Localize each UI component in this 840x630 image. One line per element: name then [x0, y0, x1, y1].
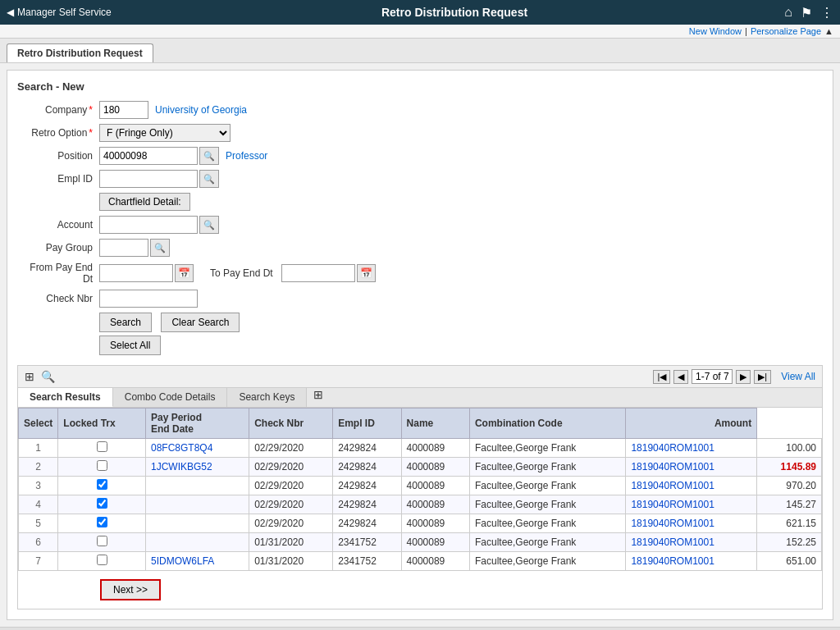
nav-separator: |: [745, 26, 747, 36]
empl-id-lookup-button[interactable]: 🔍: [199, 170, 219, 188]
amount-cell: 100.00: [757, 439, 822, 458]
retro-option-select[interactable]: F (Fringe Only) A (All) E (Earnings Only…: [99, 124, 231, 142]
from-pay-end-date-input[interactable]: [99, 264, 173, 282]
view-all-link[interactable]: View All: [781, 371, 815, 382]
combination-code-cell[interactable]: 1819040ROM1001: [626, 552, 757, 571]
page-info-input[interactable]: [692, 369, 733, 384]
to-date-calendar-button[interactable]: 📅: [357, 264, 376, 282]
next-button[interactable]: Next >>: [100, 579, 161, 600]
position-lookup-button[interactable]: 🔍: [199, 147, 219, 165]
section-title: Search - New: [17, 80, 823, 93]
search-button[interactable]: Search: [99, 313, 152, 332]
pay-period-end-date-cell: 02/29/2020: [249, 495, 333, 514]
pay-period-end-date-cell: 02/29/2020: [249, 458, 333, 477]
tab-combo-code-details[interactable]: Combo Code Details: [113, 388, 228, 407]
row-number: 2: [19, 458, 58, 477]
amount-cell: 152.25: [757, 533, 822, 552]
company-text: University of Georgia: [155, 104, 247, 116]
empl-id-cell: 4000089: [401, 477, 469, 495]
combination-code-cell[interactable]: 1819040ROM1001: [626, 458, 757, 477]
account-row: Account 🔍: [17, 216, 823, 234]
horizontal-scrollbar[interactable]: [0, 627, 840, 630]
name-cell: Facultee,George Frank: [469, 533, 625, 552]
select-checkbox[interactable]: [97, 517, 107, 527]
to-pay-end-date-input[interactable]: [281, 264, 355, 282]
tab-expand-icon[interactable]: ⊞: [313, 388, 323, 407]
locked-trx-cell[interactable]: 1JCWIKBG52: [145, 458, 249, 477]
select-cell: [58, 514, 146, 533]
check-nbr-cell: 2429824: [333, 458, 401, 477]
pay-group-label: Pay Group: [17, 242, 99, 253]
combination-code-cell[interactable]: 1819040ROM1001: [626, 533, 757, 552]
check-nbr-cell: 2429824: [333, 514, 401, 533]
back-button[interactable]: ◀ Manager Self Service: [7, 7, 112, 18]
chartfield-row: Chartfield Detail:: [17, 193, 823, 211]
personalize-page-link[interactable]: Personalize Page: [751, 26, 821, 36]
position-row: Position 🔍 Professor: [17, 147, 823, 165]
account-lookup-button[interactable]: 🔍: [199, 216, 219, 234]
combination-code-cell[interactable]: 1819040ROM1001: [626, 495, 757, 514]
menu-icon[interactable]: ⋮: [820, 5, 833, 21]
row-number: 3: [19, 477, 58, 495]
pay-group-row: Pay Group 🔍: [17, 239, 823, 257]
table-row: 302/29/202024298244000089Facultee,George…: [19, 477, 822, 495]
row-number: 5: [19, 514, 58, 533]
last-page-button[interactable]: ▶|: [754, 370, 771, 384]
select-checkbox[interactable]: [97, 536, 107, 546]
locked-trx-cell[interactable]: 5IDMOW6LFA: [145, 552, 249, 571]
select-cell: [58, 552, 146, 571]
empl-id-cell: 4000089: [401, 439, 469, 458]
pay-group-lookup-button[interactable]: 🔍: [150, 239, 170, 257]
prev-page-button[interactable]: ◀: [673, 370, 688, 384]
retro-option-label: Retro Option: [17, 127, 99, 139]
search-icon[interactable]: 🔍: [41, 370, 55, 383]
results-toolbar: ⊞ 🔍 |◀ ◀ ▶ ▶| View All: [18, 366, 822, 388]
col-header-name: Name: [401, 409, 469, 439]
clear-search-button[interactable]: Clear Search: [161, 313, 240, 332]
new-window-link[interactable]: New Window: [689, 26, 742, 36]
empl-id-cell: 4000089: [401, 552, 469, 571]
page-title: Retro Distribution Request: [125, 6, 785, 19]
next-page-button[interactable]: ▶: [736, 370, 751, 384]
pay-group-input[interactable]: [99, 239, 148, 257]
table-row: 402/29/202024298244000089Facultee,George…: [19, 495, 822, 514]
check-nbr-cell: 2341752: [333, 552, 401, 571]
check-nbr-cell: 2429824: [333, 495, 401, 514]
combination-code-cell[interactable]: 1819040ROM1001: [626, 439, 757, 458]
empl-id-label: Empl ID: [17, 173, 99, 185]
check-nbr-input[interactable]: [99, 290, 198, 308]
select-cell: [58, 439, 146, 458]
locked-trx-cell: [145, 533, 249, 552]
company-row: Company University of Georgia: [17, 101, 823, 119]
chartfield-detail-button[interactable]: Chartfield Detail:: [99, 193, 190, 211]
select-checkbox[interactable]: [97, 479, 107, 490]
select-checkbox[interactable]: [97, 441, 107, 452]
select-checkbox[interactable]: [97, 460, 107, 471]
locked-trx-cell[interactable]: 08FC8GT8Q4: [145, 439, 249, 458]
top-navigation: ◀ Manager Self Service Retro Distributio…: [0, 0, 840, 25]
select-all-button[interactable]: Select All: [99, 336, 161, 355]
select-checkbox[interactable]: [97, 555, 107, 565]
first-page-button[interactable]: |◀: [653, 370, 670, 384]
tab-search-keys[interactable]: Search Keys: [227, 388, 307, 407]
col-header-select: Select: [19, 409, 58, 439]
combination-code-cell[interactable]: 1819040ROM1001: [626, 514, 757, 533]
tab-retro-distribution[interactable]: Retro Distribution Request: [7, 43, 153, 62]
scroll-up-icon[interactable]: ▲: [824, 26, 833, 36]
select-cell: [58, 533, 146, 552]
company-input[interactable]: [99, 101, 148, 119]
check-nbr-cell: 2429824: [333, 477, 401, 495]
select-checkbox[interactable]: [97, 498, 107, 509]
empl-id-input[interactable]: [99, 170, 198, 188]
grid-icon[interactable]: ⊞: [25, 370, 34, 383]
tab-search-results[interactable]: Search Results: [18, 388, 113, 407]
from-date-calendar-button[interactable]: 📅: [175, 264, 194, 282]
table-row: 601/31/202023417524000089Facultee,George…: [19, 533, 822, 552]
flag-icon[interactable]: ⚑: [801, 5, 812, 21]
position-input[interactable]: [99, 147, 198, 165]
back-arrow-icon: ◀: [7, 7, 14, 18]
table-row: 21JCWIKBG5202/29/202024298244000089Facul…: [19, 458, 822, 477]
home-icon[interactable]: ⌂: [784, 5, 792, 20]
account-input[interactable]: [99, 216, 198, 234]
combination-code-cell[interactable]: 1819040ROM1001: [626, 477, 757, 495]
